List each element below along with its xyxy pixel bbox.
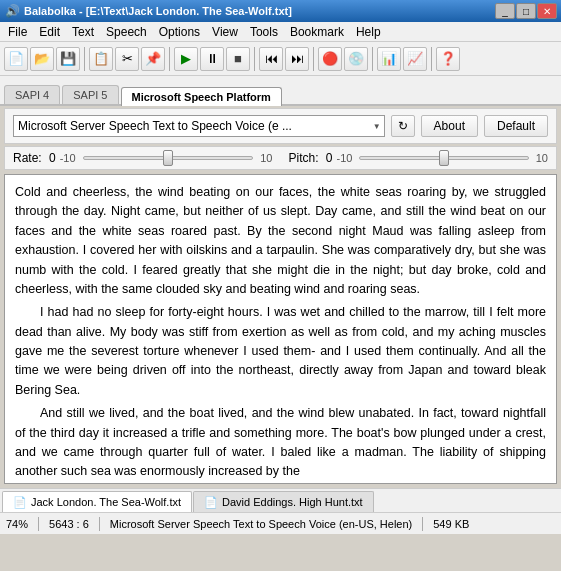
settings-button[interactable]: 📈 <box>403 47 427 71</box>
pitch-track <box>359 156 528 160</box>
toolbar-sep-3 <box>254 47 255 71</box>
pause-button[interactable]: ⏸ <box>200 47 224 71</box>
paragraph-2: I had had no sleep for forty-eight hours… <box>15 303 546 400</box>
pitch-value: 0 <box>326 151 333 165</box>
status-filesize: 549 KB <box>433 518 469 530</box>
menu-edit[interactable]: Edit <box>33 23 66 41</box>
text-container[interactable]: Cold and cheerless, the wind beating on … <box>4 174 557 484</box>
menu-bookmark[interactable]: Bookmark <box>284 23 350 41</box>
status-position: 5643 : 6 <box>49 518 89 530</box>
toolbar: 📄 📂 💾 📋 ✂ 📌 ▶ ⏸ ■ ⏮ ⏭ 🔴 💿 📊 📈 ❓ <box>0 42 561 76</box>
paragraph-1: Cold and cheerless, the wind beating on … <box>15 183 546 299</box>
menu-help[interactable]: Help <box>350 23 387 41</box>
tab-microsoft-speech[interactable]: Microsoft Speech Platform <box>121 87 282 106</box>
help-button[interactable]: ❓ <box>436 47 460 71</box>
toolbar-sep-5 <box>372 47 373 71</box>
refresh-button[interactable]: ↻ <box>391 115 415 137</box>
menu-view[interactable]: View <box>206 23 244 41</box>
toolbar-sep-6 <box>431 47 432 71</box>
paragraph-3: And still we lived, and the boat lived, … <box>15 404 546 482</box>
open-button[interactable]: 📂 <box>30 47 54 71</box>
tab-sapi5[interactable]: SAPI 5 <box>62 85 118 104</box>
forward-button[interactable]: ⏭ <box>285 47 309 71</box>
new-button[interactable]: 📄 <box>4 47 28 71</box>
rate-value: 0 <box>49 151 56 165</box>
rate-max: 10 <box>260 152 272 164</box>
window-title: Balabolka - [E:\Text\Jack London. The Se… <box>24 5 292 17</box>
disk-button[interactable]: 💿 <box>344 47 368 71</box>
menu-options[interactable]: Options <box>153 23 206 41</box>
toolbar-sep-1 <box>84 47 85 71</box>
close-button[interactable]: ✕ <box>537 3 557 19</box>
menu-tools[interactable]: Tools <box>244 23 284 41</box>
bottom-tab-highhunt-icon: 📄 <box>204 496 218 509</box>
pitch-max: 10 <box>536 152 548 164</box>
menu-text[interactable]: Text <box>66 23 100 41</box>
tab-sapi4[interactable]: SAPI 4 <box>4 85 60 104</box>
toolbar-sep-4 <box>313 47 314 71</box>
rate-group: Rate: 0 -10 10 <box>13 151 273 165</box>
pitch-min: -10 <box>337 152 353 164</box>
status-sep-2 <box>99 517 100 531</box>
status-voice: Microsoft Server Speech Text to Speech V… <box>110 518 412 530</box>
convert-button[interactable]: 📊 <box>377 47 401 71</box>
pitch-group: Pitch: 0 -10 10 <box>289 151 549 165</box>
minimize-button[interactable]: _ <box>495 3 515 19</box>
pitch-thumb[interactable] <box>439 150 449 166</box>
bottom-tab-seawolf-icon: 📄 <box>13 496 27 509</box>
app-icon: 🔊 <box>4 3 20 19</box>
bottom-tab-highhunt[interactable]: 📄 David Eddings. High Hunt.txt <box>193 491 374 512</box>
tab-bar: SAPI 4 SAPI 5 Microsoft Speech Platform <box>0 76 561 106</box>
save-button[interactable]: 💾 <box>56 47 80 71</box>
toolbar-sep-2 <box>169 47 170 71</box>
bottom-tab-highhunt-label: David Eddings. High Hunt.txt <box>222 496 363 508</box>
sliders-area: Rate: 0 -10 10 Pitch: 0 -10 10 <box>4 146 557 170</box>
status-sep-1 <box>38 517 39 531</box>
bottom-tab-bar: 📄 Jack London. The Sea-Wolf.txt 📄 David … <box>0 488 561 512</box>
rewind-button[interactable]: ⏮ <box>259 47 283 71</box>
maximize-button[interactable]: □ <box>516 3 536 19</box>
default-button[interactable]: Default <box>484 115 548 137</box>
voice-area: Microsoft Server Speech Text to Speech V… <box>4 108 557 144</box>
cut-button[interactable]: ✂ <box>115 47 139 71</box>
menu-speech[interactable]: Speech <box>100 23 153 41</box>
status-sep-3 <box>422 517 423 531</box>
window-controls: _ □ ✕ <box>495 3 557 19</box>
voice-select[interactable]: Microsoft Server Speech Text to Speech V… <box>13 115 385 137</box>
text-content: Cold and cheerless, the wind beating on … <box>5 175 556 484</box>
pitch-label: Pitch: <box>289 151 322 165</box>
stop-button[interactable]: ■ <box>226 47 250 71</box>
menu-file[interactable]: File <box>2 23 33 41</box>
status-zoom: 74% <box>6 518 28 530</box>
title-bar: 🔊 Balabolka - [E:\Text\Jack London. The … <box>0 0 561 22</box>
rate-thumb[interactable] <box>163 150 173 166</box>
rate-min: -10 <box>60 152 76 164</box>
paste-button[interactable]: 📌 <box>141 47 165 71</box>
copy-button[interactable]: 📋 <box>89 47 113 71</box>
play-button[interactable]: ▶ <box>174 47 198 71</box>
menu-bar: File Edit Text Speech Options View Tools… <box>0 22 561 42</box>
bottom-tab-seawolf[interactable]: 📄 Jack London. The Sea-Wolf.txt <box>2 491 192 512</box>
about-button[interactable]: About <box>421 115 478 137</box>
voice-select-wrapper: Microsoft Server Speech Text to Speech V… <box>13 115 385 137</box>
bottom-tab-seawolf-label: Jack London. The Sea-Wolf.txt <box>31 496 181 508</box>
record-button[interactable]: 🔴 <box>318 47 342 71</box>
status-bar: 74% 5643 : 6 Microsoft Server Speech Tex… <box>0 512 561 534</box>
rate-track <box>83 156 254 160</box>
rate-label: Rate: <box>13 151 45 165</box>
